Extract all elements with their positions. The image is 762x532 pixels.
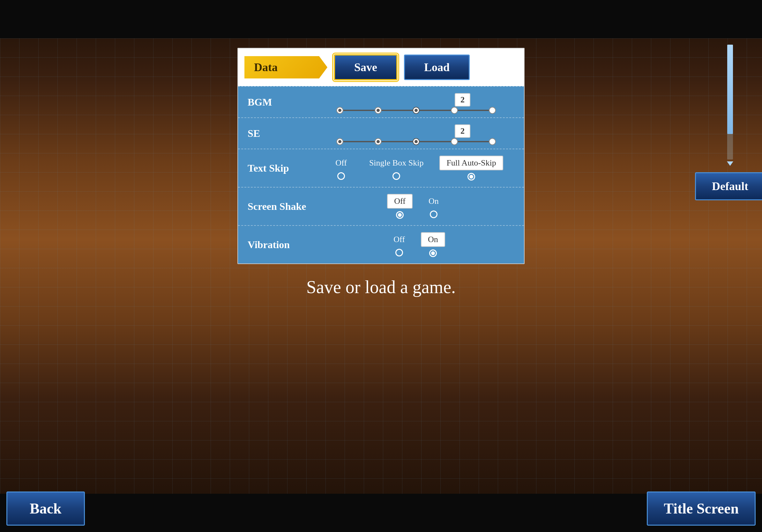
se-label: SE: [248, 128, 318, 139]
main-scrollbar[interactable]: [727, 45, 733, 160]
top-bar: [0, 0, 762, 38]
default-button[interactable]: Default: [695, 172, 762, 200]
vibration-on-label: On: [421, 232, 445, 247]
bgm-dot-2: [413, 107, 419, 114]
vibration-off[interactable]: Off: [387, 233, 411, 256]
se-track: [336, 141, 496, 142]
bgm-dot-3: [451, 107, 458, 114]
vibration-options: Off On: [387, 232, 445, 257]
vibration-off-label: Off: [387, 233, 411, 246]
save-button[interactable]: Save: [334, 54, 398, 80]
back-button[interactable]: Back: [6, 492, 85, 526]
se-dot-4: [489, 138, 496, 145]
se-control: 2: [318, 124, 514, 142]
bgm-dot-4: [489, 107, 496, 114]
right-panel: Default: [698, 38, 762, 494]
text-skip-row: Text Skip Off Single Box Skip Full Auto-…: [238, 149, 524, 187]
screen-shake-row: Screen Shake Off On: [238, 187, 524, 225]
text-skip-single[interactable]: Single Box Skip: [363, 156, 430, 180]
text-skip-control: Off Single Box Skip Full Auto-Skip: [318, 156, 514, 180]
se-dot-1: [375, 138, 382, 145]
data-label: Data: [244, 56, 327, 79]
se-row: SE 2: [238, 117, 524, 149]
bgm-value: 2: [455, 93, 470, 106]
bgm-dot-0: [336, 107, 343, 114]
se-dot-3: [451, 138, 458, 145]
text-skip-full-circle: [468, 173, 475, 180]
vibration-control: Off On: [318, 232, 514, 257]
bgm-slider[interactable]: 2: [336, 93, 496, 111]
screen-shake-on-circle: [430, 211, 437, 218]
text-skip-label: Text Skip: [248, 162, 318, 174]
bgm-label: BGM: [248, 96, 318, 108]
scrollbar-thumb: [727, 45, 733, 134]
screen-shake-label: Screen Shake: [248, 201, 318, 212]
vibration-on[interactable]: On: [421, 232, 445, 257]
bgm-dots: [336, 107, 496, 114]
screen-shake-off-label: Off: [387, 194, 413, 209]
text-skip-off[interactable]: Off: [329, 156, 353, 180]
se-slider[interactable]: 2: [336, 124, 496, 142]
text-skip-full-label: Full Auto-Skip: [439, 156, 503, 170]
text-skip-single-label: Single Box Skip: [363, 156, 430, 170]
bgm-dot-1: [375, 107, 382, 114]
se-value: 2: [455, 124, 470, 138]
bgm-control: 2: [318, 93, 514, 111]
vibration-on-circle: [429, 249, 437, 257]
vibration-row: Vibration Off On: [238, 225, 524, 263]
content-area: Data Save Load BGM 2: [0, 38, 762, 494]
bgm-row: BGM 2: [238, 86, 524, 117]
screen-shake-on[interactable]: On: [422, 195, 445, 218]
title-screen-button[interactable]: Title Screen: [647, 492, 756, 526]
screen-shake-control: Off On: [318, 194, 514, 219]
screen-shake-on-label: On: [422, 195, 445, 208]
screen-shake-off[interactable]: Off: [387, 194, 413, 219]
vibration-label: Vibration: [248, 239, 318, 251]
se-dot-2: [413, 138, 419, 145]
text-skip-off-label: Off: [329, 156, 353, 170]
bgm-track: [336, 110, 496, 111]
se-dots: [336, 138, 496, 145]
text-skip-options: Off Single Box Skip Full Auto-Skip: [329, 156, 503, 180]
text-skip-off-circle: [337, 172, 345, 180]
screen-shake-off-circle: [396, 211, 404, 219]
load-button[interactable]: Load: [404, 54, 470, 80]
text-skip-single-circle: [393, 172, 400, 180]
scrollbar-arrow-icon: [727, 162, 733, 166]
text-skip-full[interactable]: Full Auto-Skip: [439, 156, 503, 180]
info-text: Save or load a game.: [306, 277, 456, 297]
settings-rows: BGM 2: [238, 86, 524, 263]
settings-panel: Data Save Load BGM 2: [237, 48, 525, 264]
se-dot-0: [336, 138, 343, 145]
screen-shake-options: Off On: [387, 194, 445, 219]
vibration-off-circle: [395, 249, 403, 256]
data-row: Data Save Load: [238, 48, 524, 86]
